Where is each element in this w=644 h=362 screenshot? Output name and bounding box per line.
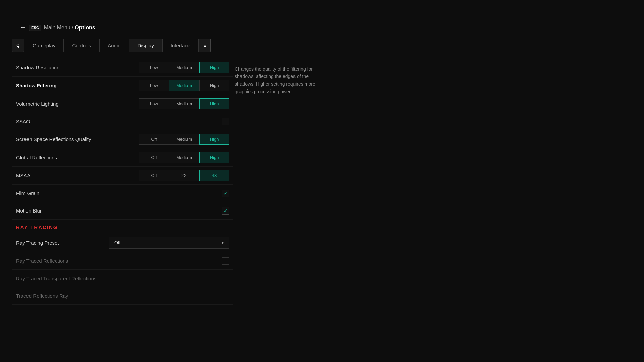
- setting-row-shadow-resolution: Shadow Resolution Low Medium High: [12, 59, 233, 77]
- msaa-label: MSAA: [16, 173, 139, 178]
- ssr-label: Screen Space Reflections Quality: [16, 136, 139, 142]
- setting-row-film-grain: Film Grain ✓: [12, 185, 233, 202]
- traced-reflections-ray-label: Traced Reflections Ray: [16, 293, 229, 299]
- breadcrumb-parent: Main Menu: [44, 25, 70, 31]
- shadow-resolution-group: Low Medium High: [139, 62, 229, 73]
- ray-tracing-preset-label: Ray Tracing Preset: [16, 240, 109, 246]
- motion-blur-checkbox[interactable]: ✓: [222, 207, 229, 215]
- setting-row-ssao: SSAO: [12, 113, 233, 130]
- ssr-high[interactable]: High: [199, 134, 229, 145]
- description-panel: Changes the quality of the filtering for…: [228, 59, 335, 102]
- shadow-filtering-medium[interactable]: Medium: [169, 80, 199, 91]
- setting-row-msaa: MSAA Off 2X 4X: [12, 167, 233, 185]
- global-reflections-group: Off Medium High: [139, 152, 229, 163]
- motion-blur-label: Motion Blur: [16, 208, 222, 214]
- volumetric-lighting-group: Low Medium High: [139, 98, 229, 109]
- ssao-label: SSAO: [16, 119, 222, 124]
- shadow-filtering-high[interactable]: High: [199, 80, 229, 91]
- content-area: Shadow Resolution Low Medium High Shadow…: [12, 59, 233, 349]
- setting-row-volumetric-lighting: Volumetric Lighting Low Medium High: [12, 95, 233, 113]
- ray-tracing-preset-dropdown-container: Off ▼: [109, 237, 229, 249]
- motion-blur-checkmark: ✓: [224, 208, 228, 214]
- ssr-group: Off Medium High: [139, 134, 229, 145]
- film-grain-checkmark: ✓: [224, 191, 228, 196]
- ssao-checkbox[interactable]: [222, 118, 229, 125]
- volumetric-lighting-high[interactable]: High: [199, 98, 229, 109]
- ray-tracing-preset-dropdown[interactable]: Off: [109, 237, 229, 249]
- setting-row-ray-traced-transparent: Ray Traced Transparent Reflections: [12, 270, 233, 287]
- tab-display[interactable]: Display: [129, 39, 162, 52]
- setting-row-traced-reflections-ray: Traced Reflections Ray: [12, 287, 233, 305]
- tab-key-e[interactable]: E: [199, 39, 211, 52]
- ray-tracing-section-header: RAY TRACING: [12, 220, 233, 233]
- msaa-2x[interactable]: 2X: [169, 170, 199, 181]
- global-reflections-label: Global Reflections: [16, 155, 139, 160]
- tab-key-q[interactable]: Q: [12, 39, 24, 52]
- ray-traced-transparent-checkbox[interactable]: [222, 275, 229, 282]
- shadow-resolution-medium[interactable]: Medium: [169, 62, 199, 73]
- setting-row-ray-traced-reflections: Ray Traced Reflections: [12, 252, 233, 270]
- esc-badge[interactable]: ESC: [29, 25, 41, 31]
- msaa-group: Off 2X 4X: [139, 170, 229, 181]
- breadcrumb-separator: /: [72, 25, 73, 31]
- tab-bar: Q Gameplay Controls Audio Display Interf…: [12, 39, 211, 52]
- shadow-resolution-high[interactable]: High: [199, 62, 229, 73]
- volumetric-lighting-label: Volumetric Lighting: [16, 101, 139, 107]
- tab-audio[interactable]: Audio: [99, 39, 129, 52]
- setting-row-ssr: Screen Space Reflections Quality Off Med…: [12, 130, 233, 148]
- msaa-off[interactable]: Off: [139, 170, 169, 181]
- tab-interface[interactable]: Interface: [162, 39, 199, 52]
- ray-traced-reflections-checkbox[interactable]: [222, 257, 229, 265]
- film-grain-label: Film Grain: [16, 190, 222, 196]
- global-reflections-medium[interactable]: Medium: [169, 152, 199, 163]
- setting-row-motion-blur: Motion Blur ✓: [12, 202, 233, 220]
- ray-traced-transparent-label: Ray Traced Transparent Reflections: [16, 276, 222, 281]
- shadow-filtering-group: Low Medium High: [139, 80, 229, 91]
- settings-list: Shadow Resolution Low Medium High Shadow…: [12, 59, 233, 305]
- setting-row-global-reflections: Global Reflections Off Medium High: [12, 148, 233, 167]
- setting-row-shadow-filtering: Shadow Filtering Low Medium High: [12, 77, 233, 95]
- ray-tracing-preset-value: Off: [114, 240, 120, 245]
- volumetric-lighting-medium[interactable]: Medium: [169, 98, 199, 109]
- ssr-medium[interactable]: Medium: [169, 134, 199, 145]
- setting-row-ray-tracing-preset: Ray Tracing Preset Off ▼: [12, 233, 233, 252]
- ssr-off[interactable]: Off: [139, 134, 169, 145]
- breadcrumb-text: Main Menu / Options: [44, 25, 95, 31]
- shadow-filtering-low[interactable]: Low: [139, 80, 169, 91]
- description-text: Changes the quality of the filtering for…: [235, 65, 329, 96]
- breadcrumb-current: Options: [75, 25, 95, 31]
- msaa-4x[interactable]: 4X: [199, 170, 229, 181]
- volumetric-lighting-low[interactable]: Low: [139, 98, 169, 109]
- shadow-filtering-label: Shadow Filtering: [16, 83, 139, 88]
- shadow-resolution-low[interactable]: Low: [139, 62, 169, 73]
- ray-traced-reflections-label: Ray Traced Reflections: [16, 258, 222, 264]
- tab-gameplay[interactable]: Gameplay: [24, 39, 64, 52]
- tab-controls[interactable]: Controls: [64, 39, 99, 52]
- global-reflections-high[interactable]: High: [199, 152, 229, 163]
- back-button[interactable]: ←: [20, 24, 26, 31]
- shadow-resolution-label: Shadow Resolution: [16, 65, 139, 70]
- page-container: ← ESC Main Menu / Options Q Gameplay Con…: [0, 0, 644, 362]
- film-grain-checkbox[interactable]: ✓: [222, 190, 229, 197]
- global-reflections-off[interactable]: Off: [139, 152, 169, 163]
- breadcrumb: ← ESC Main Menu / Options: [20, 24, 95, 31]
